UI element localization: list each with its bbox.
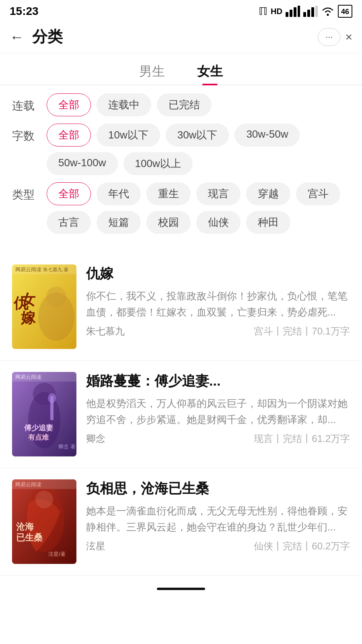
book-desc: 她本是一滴雀血衍化而成，无父无母无性别，得他眷顾，安静相伴。三界风云起，她会守在… [86, 503, 350, 535]
book-desc: 你不仁，我不义，投靠政敌斗倒你！抄家仇，负心恨，笔笔血债，都要偿！红嫁衣，血双鬟… [86, 288, 350, 320]
svg-point-8 [327, 14, 329, 16]
genre-tag-xianxia[interactable]: 仙侠 [196, 211, 241, 234]
tab-female[interactable]: 女生 [197, 63, 223, 85]
svg-rect-1 [290, 10, 292, 17]
filter-section: 连载 全部 连载中 已完结 字数 全部 10w以下 30w以下 30w-50w … [0, 85, 362, 249]
serial-tag-finished[interactable]: 已完结 [157, 93, 212, 116]
svg-text:朱七慕九 著: 朱七慕九 著 [43, 267, 68, 272]
wordcount-tag-10w[interactable]: 10w以下 [97, 124, 160, 147]
book-info: 仇嫁 你不仁，我不义，投靠政敌斗倒你！抄家仇，负心恨，笔笔血债，都要偿！红嫁衣，… [86, 264, 350, 338]
svg-point-22 [48, 393, 56, 403]
book-title: 负相思，沧海已生桑 [86, 479, 350, 498]
book-cover: 网易云阅读 傅少追妻 有点难 卿念 著 [12, 372, 76, 456]
book-cover: 仇 女 嫁 网易云阅读 朱七慕九 著 [12, 264, 76, 349]
svg-rect-4 [303, 12, 306, 17]
signal-bars-2-icon [303, 6, 318, 17]
book-meta: 泫星 仙侠丨完结丨60.2万字 [86, 540, 350, 553]
bluetooth-icon: ℿ [259, 5, 267, 18]
close-button[interactable]: × [345, 30, 352, 44]
genre-filter-label: 类型 [12, 182, 40, 202]
status-bar: 15:23 ℿ HD 46 [0, 0, 362, 21]
svg-text:网易云阅读: 网易云阅读 [15, 374, 41, 380]
book-genre-meta: 仙侠丨完结丨60.2万字 [254, 540, 350, 553]
wordcount-tag-100w[interactable]: 100w以上 [123, 152, 193, 175]
status-icons: ℿ HD 46 [259, 5, 352, 18]
wordcount-tag-50w100w[interactable]: 50w-100w [47, 152, 118, 175]
wordcount-tag-30w[interactable]: 30w以下 [166, 124, 229, 147]
nav-bar: ← 分类 ··· × [0, 21, 362, 53]
book-info: 婚路蔓蔓：傅少追妻... 他是权势滔天，万人仰慕的风云巨子，却因为一个阴谋对她穷… [86, 372, 350, 445]
serial-tag-all[interactable]: 全部 [47, 93, 91, 116]
serial-filter-label: 连载 [12, 93, 40, 114]
book-meta: 朱七慕九 宫斗丨完结丨70.1万字 [86, 325, 350, 338]
svg-rect-6 [311, 7, 314, 17]
svg-rect-2 [294, 7, 296, 17]
book-author: 卿念 [86, 432, 105, 445]
book-author: 朱七慕九 [86, 325, 125, 338]
svg-text:网易云阅读: 网易云阅读 [15, 266, 41, 272]
tab-bar: 男生 女生 [0, 53, 362, 85]
genre-tag-xiaoyuan[interactable]: 校园 [146, 211, 191, 234]
signal-hd-icon: HD [271, 7, 282, 16]
wordcount-filter-row: 字数 全部 10w以下 30w以下 30w-50w 50w-100w 100w以… [12, 124, 350, 175]
genre-tag-zhongtian[interactable]: 种田 [246, 211, 290, 234]
genre-filter-tags: 全部 年代 重生 现言 穿越 宫斗 古言 短篇 校园 仙侠 种田 [47, 182, 350, 234]
svg-point-30 [35, 491, 53, 508]
book-list: 仇 女 嫁 网易云阅读 朱七慕九 著 仇嫁 你不仁，我不义，投靠政敌斗倒你！抄家… [0, 249, 362, 580]
serial-filter-tags: 全部 连载中 已完结 [47, 93, 350, 116]
wifi-icon [321, 6, 335, 17]
book-author: 泫星 [86, 540, 105, 553]
status-time: 15:23 [10, 5, 39, 18]
svg-text:网易云阅读: 网易云阅读 [15, 481, 41, 487]
genre-tag-chongsheng[interactable]: 重生 [146, 182, 191, 205]
svg-rect-3 [298, 6, 300, 17]
svg-text:沧海: 沧海 [16, 522, 34, 532]
svg-text:泫星/著: 泫星/著 [48, 551, 66, 557]
wordcount-tag-30w50w[interactable]: 30w-50w [234, 124, 300, 147]
book-item[interactable]: 仇 女 嫁 网易云阅读 朱七慕九 著 仇嫁 你不仁，我不义，投靠政敌斗倒你！抄家… [0, 253, 362, 361]
svg-text:有点难: 有点难 [28, 433, 49, 441]
home-indicator [157, 588, 205, 590]
wordcount-filter-tags: 全部 10w以下 30w以下 30w-50w 50w-100w 100w以上 [47, 124, 350, 175]
book-meta: 卿念 现言丨完结丨61.2万字 [86, 432, 350, 445]
serial-tag-ongoing[interactable]: 连载中 [97, 93, 151, 116]
back-button[interactable]: ← [10, 29, 24, 45]
genre-filter-row: 类型 全部 年代 重生 现言 穿越 宫斗 古言 短篇 校园 仙侠 种田 [12, 182, 350, 234]
serial-filter-row: 连载 全部 连载中 已完结 [12, 93, 350, 116]
genre-tag-all[interactable]: 全部 [47, 182, 91, 205]
svg-point-11 [46, 287, 66, 307]
book-cover: 网易云阅读 沧海 已生桑 泫星/著 [12, 479, 76, 564]
svg-text:嫁: 嫁 [21, 310, 36, 326]
signal-bars-icon [286, 6, 300, 17]
battery-icon: 46 [338, 5, 352, 18]
page-title: 分类 [32, 27, 318, 47]
genre-tag-duanpian[interactable]: 短篇 [97, 211, 141, 234]
genre-tag-guyan[interactable]: 古言 [47, 211, 91, 234]
book-title: 仇嫁 [86, 264, 350, 283]
wordcount-filter-label: 字数 [12, 124, 40, 144]
book-item[interactable]: 网易云阅读 沧海 已生桑 泫星/著 负相思，沧海已生桑 她本是一滴雀血衍化而成，… [0, 468, 362, 576]
book-title: 婚路蔓蔓：傅少追妻... [86, 372, 350, 390]
genre-tag-niandai[interactable]: 年代 [97, 182, 141, 205]
wordcount-tag-all[interactable]: 全部 [47, 124, 91, 147]
genre-tag-chuanyue[interactable]: 穿越 [246, 182, 290, 205]
nav-actions: ··· × [318, 28, 352, 46]
svg-rect-5 [307, 10, 310, 17]
tab-male[interactable]: 男生 [139, 63, 165, 85]
genre-tag-xiandai[interactable]: 现言 [196, 182, 241, 205]
svg-text:傅少追妻: 傅少追妻 [24, 424, 53, 432]
svg-rect-7 [315, 6, 318, 17]
book-item[interactable]: 网易云阅读 傅少追妻 有点难 卿念 著 婚路蔓蔓：傅少追妻... 他是权势滔天，… [0, 361, 362, 468]
svg-text:已生桑: 已生桑 [16, 533, 43, 543]
svg-text:卿念 著: 卿念 著 [58, 444, 76, 450]
svg-rect-0 [286, 12, 288, 17]
bottom-bar [0, 580, 362, 598]
book-desc: 他是权势滔天，万人仰慕的风云巨子，却因为一个阴谋对她穷追不舍，步步紧逼。她是财阀… [86, 395, 350, 427]
svg-text:女: 女 [20, 292, 36, 308]
book-genre-meta: 现言丨完结丨61.2万字 [254, 432, 350, 445]
book-info: 负相思，沧海已生桑 她本是一滴雀血衍化而成，无父无母无性别，得他眷顾，安静相伴。… [86, 479, 350, 553]
genre-tag-gongdou[interactable]: 宫斗 [296, 182, 340, 205]
book-genre-meta: 宫斗丨完结丨70.1万字 [254, 325, 350, 338]
more-button[interactable]: ··· [318, 28, 340, 46]
